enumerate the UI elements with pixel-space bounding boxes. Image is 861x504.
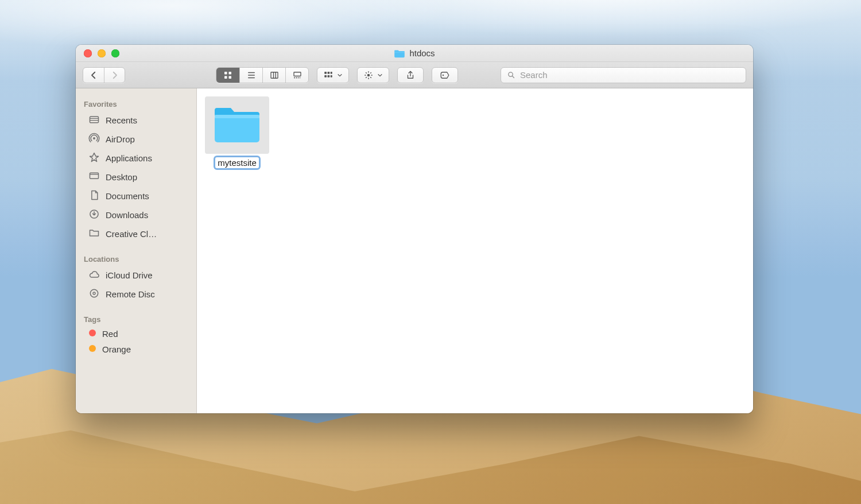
svg-rect-1: [229, 72, 232, 75]
svg-point-28: [93, 137, 95, 139]
search-input[interactable]: [520, 70, 740, 80]
chevron-down-icon: [337, 72, 343, 78]
svg-point-32: [90, 289, 98, 297]
sidebar-item-label: Desktop: [106, 172, 137, 182]
sidebar-heading: Locations: [76, 251, 196, 266]
sidebar-item-label: Remote Disc: [106, 289, 155, 299]
sidebar-item-label: Orange: [102, 344, 131, 354]
svg-rect-10: [294, 72, 301, 76]
folder-icon: [212, 106, 262, 145]
file-icon: [205, 96, 269, 154]
svg-point-22: [443, 74, 444, 75]
sidebar-item-label: iCloud Drive: [106, 270, 153, 280]
icon-view-button[interactable]: [216, 68, 239, 83]
svg-rect-17: [331, 72, 332, 74]
sidebar-item-label: Red: [102, 329, 118, 339]
sidebar-heading: Favorites: [76, 96, 196, 111]
window-title-text: htdocs: [409, 48, 435, 58]
applications-icon: [88, 152, 100, 165]
sidebar-item-label: Recents: [106, 115, 137, 125]
search-field[interactable]: [501, 67, 746, 83]
sidebar-item-downloads[interactable]: Downloads: [76, 206, 196, 224]
sidebar-item-airdrop[interactable]: AirDrop: [76, 130, 196, 149]
sidebar-item-recents[interactable]: Recents: [76, 111, 196, 130]
sidebar-section-favorites: Favorites Recents AirDrop Applications D…: [76, 96, 196, 243]
column-view-button[interactable]: [262, 68, 285, 83]
svg-point-33: [93, 292, 95, 294]
traffic-lights: [84, 49, 119, 57]
svg-rect-18: [324, 75, 327, 77]
forward-button[interactable]: [104, 68, 125, 83]
svg-rect-13: [298, 77, 299, 78]
close-button[interactable]: [84, 49, 92, 57]
sidebar-item-label: AirDrop: [106, 134, 135, 144]
svg-rect-7: [271, 72, 278, 78]
toolbar: [76, 62, 753, 88]
svg-point-35: [89, 345, 96, 352]
action-button[interactable]: [357, 67, 389, 83]
svg-rect-19: [328, 75, 330, 77]
list-view-button[interactable]: [239, 68, 262, 83]
svg-rect-2: [224, 76, 227, 79]
svg-point-34: [89, 329, 96, 336]
sidebar-item-label: Applications: [106, 153, 152, 163]
sidebar-heading: Tags: [76, 312, 196, 326]
titlebar[interactable]: htdocs: [76, 45, 753, 62]
svg-rect-12: [296, 77, 297, 78]
back-button[interactable]: [83, 68, 104, 83]
sidebar-section-tags: Tags Red Orange: [76, 312, 196, 357]
svg-rect-29: [90, 173, 99, 179]
airdrop-icon: [88, 133, 100, 146]
tags-button[interactable]: [432, 67, 458, 83]
svg-rect-37: [215, 115, 259, 118]
svg-line-24: [513, 76, 514, 78]
sidebar-item-creative-cloud[interactable]: Creative Cl…: [76, 224, 196, 243]
sidebar-item-label: Creative Cl…: [106, 229, 157, 239]
svg-rect-3: [229, 76, 232, 79]
cloud-icon: [88, 269, 100, 282]
share-button[interactable]: [397, 67, 424, 83]
documents-icon: [88, 189, 100, 203]
svg-rect-20: [331, 75, 332, 77]
svg-rect-36: [215, 115, 259, 142]
folder-icon: [88, 227, 100, 241]
recents-icon: [88, 114, 100, 127]
search-icon: [507, 71, 515, 79]
svg-rect-14: [300, 77, 301, 78]
group-by-button[interactable]: [317, 67, 349, 83]
tag-dot-icon: [88, 344, 96, 354]
sidebar-tag-red[interactable]: Red: [76, 326, 196, 342]
nav-segmented: [83, 67, 125, 83]
folder-icon: [394, 49, 405, 58]
downloads-icon: [88, 208, 100, 222]
sidebar-tag-orange[interactable]: Orange: [76, 342, 196, 357]
window-body: Favorites Recents AirDrop Applications D…: [76, 88, 753, 413]
tag-dot-icon: [88, 329, 96, 339]
view-segmented: [216, 67, 309, 83]
file-item-folder[interactable]: mytestsite: [205, 96, 269, 168]
sidebar-section-locations: Locations iCloud Drive Remote Disc: [76, 251, 196, 304]
window-title: htdocs: [76, 48, 753, 58]
sidebar-item-label: Documents: [106, 191, 149, 201]
svg-rect-11: [294, 77, 295, 78]
chevron-down-icon: [377, 72, 383, 78]
sidebar-item-documents[interactable]: Documents: [76, 187, 196, 206]
gallery-view-button[interactable]: [285, 68, 308, 83]
svg-rect-25: [90, 117, 99, 123]
sidebar-item-desktop[interactable]: Desktop: [76, 168, 196, 187]
sidebar-item-label: Downloads: [106, 210, 148, 220]
svg-point-21: [367, 73, 370, 76]
sidebar-item-applications[interactable]: Applications: [76, 149, 196, 168]
minimize-button[interactable]: [98, 49, 106, 57]
content-area[interactable]: mytestsite: [197, 88, 753, 413]
desktop-icon: [88, 170, 100, 184]
file-name-label[interactable]: mytestsite: [215, 157, 259, 168]
disc-icon: [88, 288, 100, 301]
svg-rect-15: [324, 72, 327, 74]
sidebar-item-remote-disc[interactable]: Remote Disc: [76, 285, 196, 304]
sidebar: Favorites Recents AirDrop Applications D…: [76, 88, 197, 413]
zoom-button[interactable]: [111, 49, 119, 57]
sidebar-item-icloud[interactable]: iCloud Drive: [76, 266, 196, 285]
svg-rect-0: [224, 72, 227, 75]
finder-window: htdocs: [76, 45, 753, 413]
